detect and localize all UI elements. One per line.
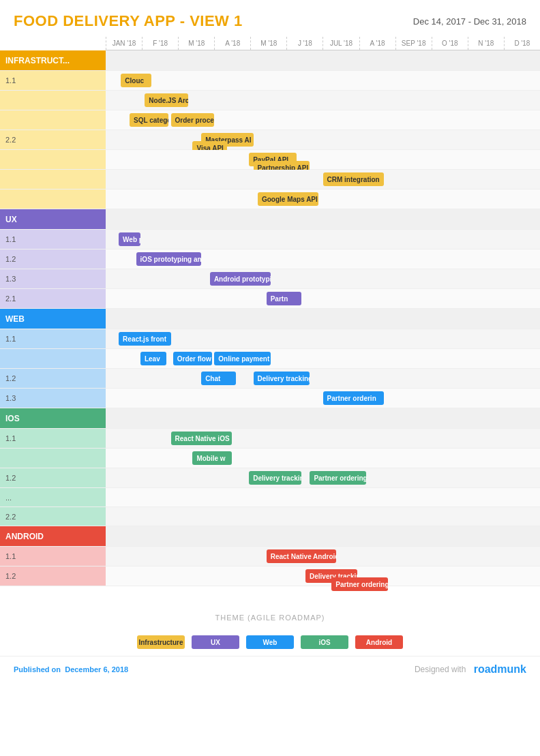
web-1-3-row: 1.3 Partner orderin [0,389,540,408]
brand-logo: roadmunk [474,663,526,676]
web-1-3-bars: Partner orderin [106,389,540,408]
bar-partner-ios: Partner ordering [310,471,366,485]
ux-1-3-row: 1.3 Android prototyping [0,269,540,289]
bar-reactjs: React.js front [119,332,170,346]
bar-cloud: Clouc [121,74,151,87]
ux-1-2-bars: iOS prototyping and [106,250,540,269]
legend-android: Android [355,635,403,649]
footer: Published on December 6, 2018 Designed w… [0,656,540,682]
infra-section-header: INFRASTRUCT... [0,50,540,71]
spacer [0,600,540,614]
android-label: ANDROID [0,526,106,546]
infra-2-2-row-1: 2.2 Masterpass AI Visa API [0,130,540,150]
legend-infra-dot: Infrastructure [137,635,185,649]
infra-2-2-bars-3: CRM integration [106,170,540,189]
ux-2-1-label: 2.1 [0,289,106,308]
android-1-2-bars: Delivery tracking Partner ordering [106,566,540,586]
month-oct: O '18 [432,37,468,50]
infra-1-1-row-2: Node.JS Arc [0,91,540,110]
bar-online-pay: Online payment [214,352,271,365]
bar-order-proc: Order proce [171,113,215,127]
ux-1-2-label: 1.2 [0,250,106,269]
infra-2-2-row-4: Google Maps API [0,190,540,209]
page: FOOD DELIVERY APP - VIEW 1 Dec 14, 2017 … [0,0,540,682]
ios-header-bars [106,408,540,428]
bar-nodejs: Node.JS Arc [145,93,188,107]
web-1-1-bars-2: Leav Order flow Online payment [106,349,540,368]
infra-2-2-bars-4: Google Maps API [106,190,540,209]
ios-2-2-bars [106,507,540,526]
legend-android-dot: Android [355,635,403,649]
footer-published: Published on December 6, 2018 [14,665,128,674]
infra-2-2-row-3: CRM integration [0,170,540,190]
ux-1-1-bars: Web p [106,230,540,249]
ios-1-1-bars-2: Mobile w [106,449,540,468]
android-1-1-bars: React Native Android [106,547,540,566]
bar-android-proto: Android prototyping [210,272,271,286]
ios-1-1-bars-1: React Native iOS [106,429,540,448]
month-jan: JAN '18 [106,37,142,50]
ux-1-2-row: 1.2 iOS prototyping and [0,250,540,269]
infra-2-2-label: 2.2 [0,130,106,149]
legend-ios: iOS [301,635,348,649]
ios-section-header: IOS [0,408,540,429]
ux-1-3-label: 1.3 [0,269,106,288]
web-section-header: WEB [0,309,540,329]
bar-delivery-ios: Delivery tracking [249,471,301,485]
legend-ux-dot: UX [192,635,239,649]
date-range: Dec 14, 2017 - Dec 31, 2018 [413,16,526,27]
theme-label: THEME (AGILE ROADMAP) [0,614,540,622]
ios-dots-bars [106,488,540,506]
ux-section-header: UX [0,209,540,230]
web-header-bars [106,309,540,329]
infra-2-2-bars-1: Masterpass AI Visa API [106,130,540,149]
web-1-1-row-1: 1.1 React.js front [0,329,540,349]
bar-leav: Leav [140,352,166,365]
ios-2-2-row: 2.2 [0,507,540,526]
web-label: WEB [0,309,106,329]
month-apr: A '18 [214,37,250,50]
month-mar: M '18 [178,37,214,50]
theme-section: THEME (AGILE ROADMAP) Infrastructure UX … [0,614,540,649]
ux-1-3-bars: Android prototyping [106,269,540,288]
month-dec: D '18 [504,37,540,50]
infra-2-2-row-2: PayPal API Partnership API [0,150,540,170]
android-1-1-row: 1.1 React Native Android [0,547,540,566]
infra-1-1-row-1: 1.1 Clouc [0,71,540,91]
ux-1-1-label: 1.1 [0,230,106,249]
ios-1-1-label: 1.1 [0,429,106,448]
android-1-1-label: 1.1 [0,547,106,566]
ux-1-1-row: 1.1 Web p [0,230,540,250]
bar-react-native-ios: React Native iOS [171,432,232,445]
ios-1-2-label: 1.2 [0,468,106,487]
bar-ios-proto: iOS prototyping and [136,252,202,266]
ios-dots-label: ... [0,488,106,506]
bar-partn: Partn [267,292,301,305]
legend-ux: UX [192,635,239,649]
bar-chat: Chat [201,372,236,385]
infra-1-1-bars-2: Node.JS Arc [106,91,540,110]
footer-date: December 6, 2018 [65,665,128,674]
month-may: M '18 [250,37,286,50]
android-1-2-row: 1.2 Delivery tracking Partner ordering [0,566,540,586]
bar-delivery-web: Delivery tracking [254,372,310,385]
legend-infra: Infrastructure [137,635,185,649]
ios-dots-row: ... [0,488,540,507]
legend-web: Web [246,635,294,649]
bar-react-native-android: React Native Android [267,549,336,563]
infra-header-bars [106,50,540,70]
bar-mobile-w: Mobile w [192,451,231,465]
ios-1-1-row-1: 1.1 React Native iOS [0,429,540,449]
legend-ios-dot: iOS [301,635,348,649]
legend: Infrastructure UX Web iOS Android [0,635,540,649]
bar-web-p: Web p [119,232,140,246]
web-1-1-label: 1.1 [0,329,106,348]
month-nov: N '18 [468,37,504,50]
ios-1-2-row: 1.2 Delivery tracking Partner ordering [0,468,540,488]
infra-1-1-row-3: SQL catego Order proce [0,110,540,130]
month-sep: SEP '18 [395,37,432,50]
month-jul: JUL '18 [322,37,359,50]
web-1-1-bars-1: React.js front [106,329,540,348]
month-jun: J '18 [286,37,322,50]
web-1-3-label: 1.3 [0,389,106,408]
